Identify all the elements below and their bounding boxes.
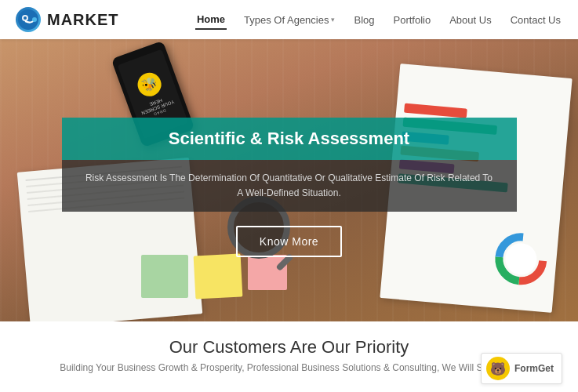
hero-title-box: Scientific & Risk Assessment	[62, 118, 517, 160]
sticky-notes	[141, 255, 287, 298]
formget-mascot-icon: 🐻	[486, 357, 510, 380]
header: MARKET Home Types Of Agencies ▾ Blog Por…	[0, 0, 578, 39]
logo-text: MARKET	[47, 11, 119, 29]
formget-label: FormGet	[514, 363, 554, 374]
nav-contact-us[interactable]: Contact Us	[509, 11, 562, 29]
dropdown-chevron: ▾	[331, 16, 335, 24]
navigation: Home Types Of Agencies ▾ Blog Portfolio …	[195, 10, 562, 30]
hero-section: 🐝 DRAG YOUR SCREEN HERE Scientific & Ris…	[0, 39, 578, 321]
phone-mascot: 🐝	[140, 74, 159, 94]
nav-portfolio[interactable]: Portfolio	[392, 11, 433, 29]
nav-blog[interactable]: Blog	[352, 11, 376, 29]
hero-title: Scientific & Risk Assessment	[85, 129, 493, 149]
hero-description: Risk Assessment Is The Determination Of …	[85, 171, 493, 201]
svg-point-3	[32, 17, 37, 22]
logo: MARKET	[16, 7, 119, 32]
formget-badge[interactable]: 🐻 FormGet	[481, 353, 562, 384]
hero-overlay: Scientific & Risk Assessment Risk Assess…	[62, 118, 517, 257]
hero-desc-box: Risk Assessment Is The Determination Of …	[62, 160, 517, 212]
logo-icon	[16, 7, 41, 32]
sticky-green	[141, 255, 188, 298]
bottom-section: Our Customers Are Our Priority Building …	[0, 321, 578, 392]
chart-bar-1	[404, 103, 467, 118]
svg-point-2	[24, 16, 27, 20]
nav-home[interactable]: Home	[195, 10, 227, 30]
nav-about-us[interactable]: About Us	[448, 11, 493, 29]
know-more-button[interactable]: Know More	[236, 226, 342, 257]
nav-types-of-agencies[interactable]: Types Of Agencies ▾	[242, 11, 336, 29]
phone-logo: 🐝	[134, 70, 164, 100]
sticky-yellow	[194, 253, 243, 299]
